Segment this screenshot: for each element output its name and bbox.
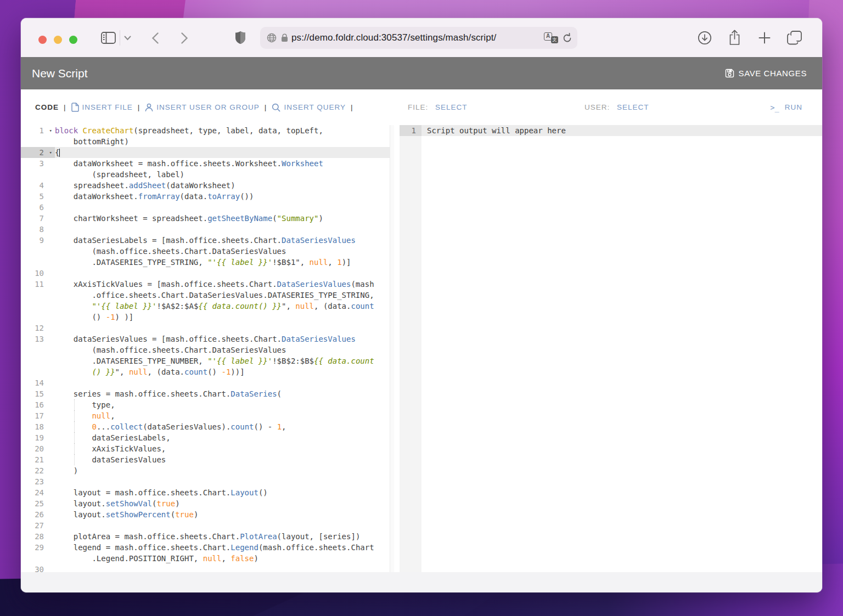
- line-number[interactable]: 10: [21, 268, 55, 279]
- line-number[interactable]: [21, 344, 55, 355]
- line-number[interactable]: 6: [21, 202, 55, 213]
- line-number[interactable]: 24: [21, 487, 55, 498]
- code-line[interactable]: (spreadsheet, label): [21, 169, 394, 180]
- code-line[interactable]: .office.sheets.Chart.DataSeriesValues.DA…: [21, 290, 394, 301]
- code-line[interactable]: "'{{ label }}'!$A$2:$A${{ data.count() }…: [21, 301, 394, 312]
- code-editor[interactable]: 1▾block CreateChart(spreadsheet, type, l…: [21, 125, 394, 572]
- code-tab[interactable]: CODE: [35, 103, 59, 111]
- code-line[interactable]: 9 dataSeriesLabels = [mash.office.sheets…: [21, 235, 394, 246]
- zoom-window-button[interactable]: [69, 36, 77, 44]
- line-number[interactable]: 9: [21, 235, 55, 246]
- code-line[interactable]: 3 dataWorksheet = mash.office.sheets.Wor…: [21, 158, 394, 169]
- line-number[interactable]: 14: [21, 377, 55, 388]
- code-line[interactable]: 18 0...collect(dataSeriesValues).count()…: [21, 421, 394, 432]
- back-button-icon[interactable]: [151, 32, 159, 44]
- line-number[interactable]: 17: [21, 410, 55, 421]
- code-line[interactable]: (mash.office.sheets.Chart.DataSeriesValu…: [21, 246, 394, 257]
- line-number[interactable]: 23: [21, 476, 55, 487]
- line-number[interactable]: [21, 257, 55, 268]
- line-number[interactable]: 25: [21, 498, 55, 509]
- code-line[interactable]: 20 xAxisTickValues,: [21, 443, 394, 454]
- forward-button-icon[interactable]: [181, 32, 188, 44]
- code-line[interactable]: 13 dataSeriesValues = [mash.office.sheet…: [21, 334, 394, 344]
- file-select-button[interactable]: SELECT: [435, 103, 468, 111]
- code-line[interactable]: () }}", null, (data.count() -1))]: [21, 366, 394, 377]
- code-line[interactable]: .DATASERIES_TYPE_STRING, "'{{ label }}'!…: [21, 257, 394, 268]
- user-select-button[interactable]: SELECT: [617, 103, 649, 111]
- line-number[interactable]: [21, 246, 55, 257]
- line-number[interactable]: 19: [21, 432, 55, 443]
- code-line[interactable]: 24 layout = mash.office.sheets.Chart.Lay…: [21, 487, 394, 498]
- line-number[interactable]: 4: [21, 180, 55, 191]
- line-number[interactable]: 30: [21, 564, 55, 572]
- reload-icon[interactable]: [563, 33, 572, 43]
- code-line[interactable]: () -1) )]: [21, 312, 394, 323]
- line-number[interactable]: 18: [21, 421, 55, 432]
- code-line[interactable]: bottomRight): [21, 136, 394, 147]
- code-line[interactable]: 27: [21, 520, 394, 531]
- line-number[interactable]: 20: [21, 443, 55, 454]
- close-window-button[interactable]: [38, 36, 47, 44]
- code-line[interactable]: 12: [21, 323, 394, 334]
- code-line[interactable]: 14: [21, 377, 394, 388]
- code-line[interactable]: 26 layout.setShowPercent(true): [21, 509, 394, 520]
- code-line[interactable]: 30: [21, 564, 394, 572]
- code-line[interactable]: 11 xAxisTickValues = [mash.office.sheets…: [21, 279, 394, 290]
- line-number[interactable]: 3: [21, 158, 55, 169]
- code-line[interactable]: 22 ): [21, 465, 394, 476]
- line-number[interactable]: [21, 301, 55, 312]
- line-number[interactable]: 22: [21, 465, 55, 476]
- insert-user-button[interactable]: INSERT USER OR GROUP: [145, 103, 260, 112]
- line-number[interactable]: [21, 290, 55, 301]
- line-number[interactable]: 11: [21, 279, 55, 290]
- code-line[interactable]: .Legend.POSITION_RIGHT, null, false): [21, 553, 394, 564]
- new-tab-icon[interactable]: [758, 32, 771, 44]
- code-editor-scrollbar[interactable]: [390, 125, 394, 572]
- code-line[interactable]: 5 dataWorksheet.fromArray(data.toArray()…: [21, 191, 394, 202]
- chevron-down-icon[interactable]: [124, 36, 131, 41]
- code-line[interactable]: 8: [21, 224, 394, 235]
- line-number[interactable]: [21, 553, 55, 564]
- line-number[interactable]: [21, 169, 55, 180]
- url-bar[interactable]: ps://demo.foldr.cloud:30537/settings/mas…: [260, 27, 577, 49]
- code-line[interactable]: 1▾block CreateChart(spreadsheet, type, l…: [21, 125, 394, 136]
- privacy-shield-icon[interactable]: [235, 31, 246, 44]
- code-line[interactable]: 21 dataSeriesValues: [21, 454, 394, 465]
- line-number[interactable]: 13: [21, 334, 55, 344]
- line-number[interactable]: 5: [21, 191, 55, 202]
- fold-arrow-icon[interactable]: ▾: [49, 125, 52, 136]
- code-line[interactable]: 16 type,: [21, 399, 394, 410]
- line-number[interactable]: [21, 136, 55, 147]
- output-panel[interactable]: 1Script output will appear here: [400, 125, 822, 572]
- code-line[interactable]: 7 chartWorksheet = spreadsheet.getSheetB…: [21, 213, 394, 224]
- insert-query-button[interactable]: INSERT QUERY: [272, 103, 346, 112]
- code-line[interactable]: 25 layout.setShowVal(true): [21, 498, 394, 509]
- line-number[interactable]: 7: [21, 213, 55, 224]
- line-number[interactable]: 27: [21, 520, 55, 531]
- code-line[interactable]: 2▾{: [21, 147, 394, 158]
- line-number[interactable]: 2▾: [21, 147, 55, 158]
- line-number[interactable]: 16: [21, 399, 55, 410]
- code-line[interactable]: 4 spreadsheet.addSheet(dataWorksheet): [21, 180, 394, 191]
- line-number[interactable]: 8: [21, 224, 55, 235]
- downloads-icon[interactable]: [698, 31, 712, 45]
- minimize-window-button[interactable]: [54, 36, 62, 44]
- line-number[interactable]: 12: [21, 323, 55, 334]
- code-line[interactable]: 28 plotArea = mash.office.sheets.Chart.P…: [21, 531, 394, 542]
- code-line[interactable]: (mash.office.sheets.Chart.DataSeriesValu…: [21, 344, 394, 355]
- line-number[interactable]: 29: [21, 542, 55, 553]
- tab-overview-icon[interactable]: [787, 31, 802, 45]
- line-number[interactable]: [21, 312, 55, 323]
- line-number[interactable]: [21, 366, 55, 377]
- code-line[interactable]: .DATASERIES_TYPE_NUMBER, "'{{ label }}'!…: [21, 355, 394, 366]
- line-number[interactable]: 26: [21, 509, 55, 520]
- line-number[interactable]: [21, 355, 55, 366]
- sidebar-toggle-icon[interactable]: [101, 32, 116, 44]
- code-line[interactable]: 23: [21, 476, 394, 487]
- save-changes-button[interactable]: SAVE CHANGES: [725, 69, 807, 78]
- translate-icon[interactable]: A 文: [544, 32, 558, 43]
- line-number[interactable]: 1▾: [21, 125, 55, 136]
- code-line[interactable]: 10: [21, 268, 394, 279]
- code-line[interactable]: 6: [21, 202, 394, 213]
- code-line[interactable]: 17 null,: [21, 410, 394, 421]
